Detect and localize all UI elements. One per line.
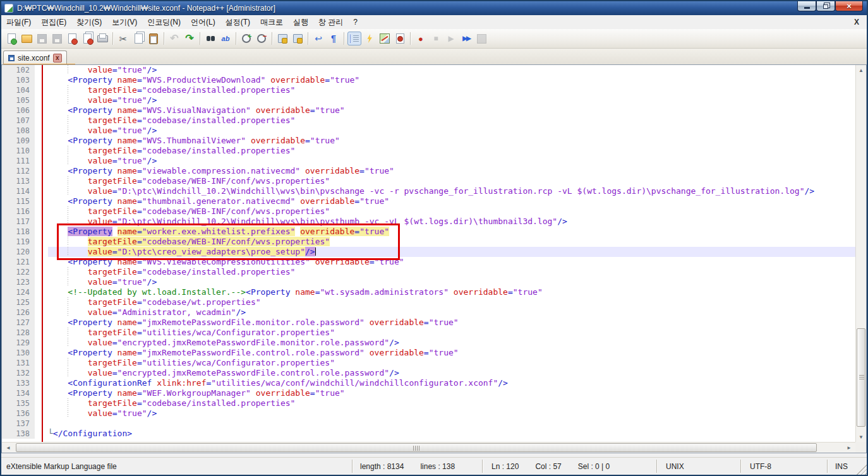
line-text[interactable]: <Property name="worker.exe.whitelist.pre… bbox=[48, 227, 855, 237]
code-line[interactable]: 108 value="true"/> bbox=[2, 126, 855, 136]
line-text[interactable]: targetFile="codebase/wt.properties" bbox=[48, 297, 855, 307]
tab-site-xconf[interactable]: site.xconf x bbox=[3, 51, 67, 64]
menu-item-2[interactable]: 찾기(S) bbox=[71, 15, 107, 30]
replace-icon[interactable]: ab bbox=[219, 32, 232, 45]
start-recording-icon[interactable]: ● bbox=[414, 32, 428, 45]
code-line[interactable]: 133 <ConfigurationRef xlink:href="utilit… bbox=[2, 378, 855, 388]
redo-icon[interactable]: ↷ bbox=[183, 32, 196, 45]
line-number[interactable]: 134 bbox=[2, 388, 35, 398]
menu-item-3[interactable]: 보기(V) bbox=[107, 15, 142, 30]
line-number[interactable]: 118 bbox=[2, 227, 35, 237]
line-number[interactable]: 123 bbox=[2, 277, 35, 287]
line-text[interactable]: value="D:\ptc\Windchill_10.2\Windchill\w… bbox=[48, 186, 855, 196]
line-number[interactable]: 122 bbox=[2, 267, 35, 277]
menu-item-8[interactable]: 실행 bbox=[288, 15, 313, 30]
code-line[interactable]: 138└</Configuration> bbox=[2, 429, 855, 439]
line-text[interactable]: <Property name="jmxRemotePasswordFile.mo… bbox=[48, 318, 855, 328]
paste-icon[interactable] bbox=[147, 32, 160, 45]
vertical-scrollbar[interactable]: ▲ ▼ bbox=[855, 65, 866, 442]
scroll-up-arrow-icon[interactable]: ▲ bbox=[856, 65, 866, 75]
code-line[interactable]: 135 targetFile="codebase/installed.prope… bbox=[2, 398, 855, 408]
line-number[interactable]: 127 bbox=[2, 318, 35, 328]
code-line[interactable]: 105 value="true"/> bbox=[2, 95, 855, 105]
line-number[interactable]: 138 bbox=[2, 429, 35, 439]
line-text[interactable]: value="true"/> bbox=[48, 126, 855, 136]
line-text[interactable]: targetFile="codebase/WEB-INF/conf/wvs.pr… bbox=[48, 206, 855, 217]
code-line[interactable]: 103 <Property name="WVS.ProductViewDownl… bbox=[2, 75, 855, 85]
close-document-x-button[interactable]: X bbox=[847, 18, 867, 27]
code-line[interactable]: 109 <Property name="WVS.ThumbnailViewer"… bbox=[2, 136, 855, 146]
line-number[interactable]: 113 bbox=[2, 176, 35, 186]
line-text[interactable]: value="D:\ptc\Windchill_10.2\Windchill\w… bbox=[48, 217, 855, 227]
line-number[interactable]: 130 bbox=[2, 348, 35, 358]
menu-item-10[interactable]: ? bbox=[348, 16, 363, 28]
code-line[interactable]: 114 value="D:\ptc\Windchill_10.2\Windchi… bbox=[2, 186, 855, 196]
scroll-right-arrow-icon[interactable]: ► bbox=[844, 443, 854, 453]
line-text[interactable]: <Property name="WVS.ViewableCompressionU… bbox=[48, 257, 855, 267]
code-editor[interactable]: 102 value="true"/>103 <Property name="WV… bbox=[2, 65, 855, 442]
line-number[interactable]: 103 bbox=[2, 75, 35, 85]
code-line[interactable]: 115 <Property name="thumbnail.generator.… bbox=[2, 196, 855, 206]
line-text[interactable]: targetFile="codebase/installed.propertie… bbox=[48, 116, 855, 126]
sync-vertical-scroll-icon[interactable] bbox=[275, 32, 289, 45]
code-line[interactable]: 125 targetFile="codebase/wt.properties" bbox=[2, 297, 855, 307]
line-text[interactable]: <!--Updated by wt.load.Installer.--><Pro… bbox=[48, 287, 855, 297]
menu-item-5[interactable]: 언어(L) bbox=[186, 15, 220, 30]
line-text[interactable]: value="true"/> bbox=[48, 156, 855, 166]
tab-close-icon[interactable]: x bbox=[53, 54, 62, 62]
line-number[interactable]: 115 bbox=[2, 196, 35, 206]
close-all-icon[interactable] bbox=[80, 32, 94, 45]
line-number[interactable]: 128 bbox=[2, 328, 35, 338]
line-text[interactable]: value="true"/> bbox=[48, 277, 855, 287]
show-indent-guide-icon[interactable] bbox=[347, 32, 361, 45]
close-file-icon[interactable] bbox=[65, 32, 79, 45]
minimize-button[interactable] bbox=[797, 1, 816, 11]
line-text[interactable] bbox=[48, 419, 855, 429]
line-number[interactable]: 135 bbox=[2, 398, 35, 408]
code-line[interactable]: 122 targetFile="codebase/installed.prope… bbox=[2, 267, 855, 277]
line-number[interactable]: 120 bbox=[2, 247, 35, 257]
line-text[interactable]: targetFile="codebase/installed.propertie… bbox=[48, 267, 855, 277]
line-number[interactable]: 132 bbox=[2, 368, 35, 378]
line-number[interactable]: 124 bbox=[2, 287, 35, 297]
show-all-characters-icon[interactable]: ¶ bbox=[327, 32, 341, 45]
stop-recording-icon[interactable]: ■ bbox=[429, 32, 443, 45]
code-line[interactable]: 124 <!--Updated by wt.load.Installer.-->… bbox=[2, 287, 855, 297]
menu-item-6[interactable]: 설정(T) bbox=[220, 15, 255, 30]
line-text[interactable]: targetFile="codebase/WEB-INF/conf/wvs.pr… bbox=[48, 237, 855, 247]
sync-horizontal-scroll-icon[interactable] bbox=[291, 32, 304, 45]
code-line[interactable]: 119 targetFile="codebase/WEB-INF/conf/wv… bbox=[2, 237, 855, 247]
line-number[interactable]: 111 bbox=[2, 156, 35, 166]
line-text[interactable]: targetFile="utilities/wca/Configurator.p… bbox=[48, 328, 855, 338]
code-line[interactable]: 126 value="Administrator, wcadmin"/> bbox=[2, 307, 855, 318]
code-line[interactable]: 131 targetFile="utilities/wca/Configurat… bbox=[2, 358, 855, 368]
menu-item-4[interactable]: 인코딩(N) bbox=[142, 15, 186, 30]
close-window-button[interactable]: × bbox=[835, 1, 863, 11]
line-number[interactable]: 104 bbox=[2, 85, 35, 95]
code-line[interactable]: 111 value="true"/> bbox=[2, 156, 855, 166]
line-number[interactable]: 116 bbox=[2, 206, 35, 217]
code-line[interactable]: 102 value="true"/> bbox=[2, 65, 855, 75]
horizontal-scrollbar-thumb[interactable] bbox=[16, 443, 817, 452]
code-line[interactable]: 112 <Property name="viewable.compression… bbox=[2, 166, 855, 176]
line-number[interactable]: 114 bbox=[2, 186, 35, 196]
line-text[interactable]: <Property name="jmxRemotePasswordFile.co… bbox=[48, 348, 855, 358]
menu-item-9[interactable]: 창 관리 bbox=[313, 15, 348, 30]
line-number[interactable]: 106 bbox=[2, 105, 35, 116]
line-number[interactable]: 137 bbox=[2, 419, 35, 429]
line-text[interactable]: <Property name="WVS.ThumbnailViewer" ove… bbox=[48, 136, 855, 146]
code-line[interactable]: 127 <Property name="jmxRemotePasswordFil… bbox=[2, 318, 855, 328]
document-map-icon[interactable] bbox=[378, 32, 392, 45]
horizontal-scrollbar[interactable]: ◄ ► bbox=[2, 442, 855, 453]
word-wrap-icon[interactable]: ↩ bbox=[311, 32, 325, 45]
cut-icon[interactable]: ✂ bbox=[116, 32, 130, 45]
line-text[interactable]: <Property name="WEF.WorkgroupManager" ov… bbox=[48, 388, 855, 398]
scroll-down-arrow-icon[interactable]: ▼ bbox=[856, 432, 866, 442]
code-line[interactable]: 104 targetFile="codebase/installed.prope… bbox=[2, 85, 855, 95]
scroll-left-arrow-icon[interactable]: ◄ bbox=[3, 443, 13, 453]
code-line[interactable]: 134 <Property name="WEF.WorkgroupManager… bbox=[2, 388, 855, 398]
line-number[interactable]: 102 bbox=[2, 65, 35, 75]
line-text[interactable]: <Property name="WVS.ProductViewDownload"… bbox=[48, 75, 855, 85]
code-line[interactable]: 113 targetFile="codebase/WEB-INF/conf/wv… bbox=[2, 176, 855, 186]
code-line[interactable]: 136 value="true"/> bbox=[2, 408, 855, 419]
